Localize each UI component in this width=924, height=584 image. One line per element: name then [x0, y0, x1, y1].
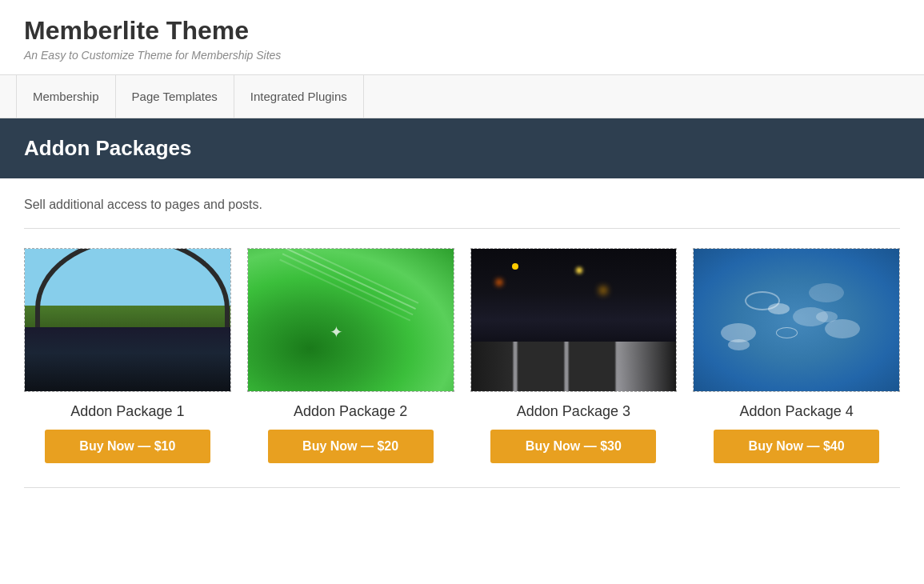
nav-link-membership[interactable]: Membership — [16, 75, 116, 118]
package-image-3 — [470, 248, 678, 392]
main-content: Sell additional access to pages and post… — [0, 178, 924, 507]
section-description: Sell additional access to pages and post… — [24, 198, 900, 212]
leaf-image — [248, 249, 454, 391]
nav-link-integrated-plugins[interactable]: Integrated Plugins — [234, 75, 364, 118]
package-name-3: Addon Package 3 — [517, 403, 630, 420]
nav-link-page-templates[interactable]: Page Templates — [116, 75, 234, 118]
packages-grid: Addon Package 1 Buy Now — $10 Addon Pack… — [24, 248, 900, 463]
package-image-4 — [693, 248, 900, 392]
nav-bar: Membership Page Templates Integrated Plu… — [0, 74, 924, 118]
buy-button-4[interactable]: Buy Now — $40 — [714, 430, 879, 463]
nav-item-membership[interactable]: Membership — [16, 75, 116, 118]
bridge-image — [25, 249, 230, 391]
buy-button-2[interactable]: Buy Now — $20 — [268, 430, 434, 463]
content-divider — [24, 228, 900, 229]
package-image-1 — [24, 248, 231, 392]
package-card-1: Addon Package 1 Buy Now — $10 — [24, 248, 231, 463]
nav-item-integrated-plugins[interactable]: Integrated Plugins — [234, 75, 364, 118]
package-card-2: Addon Package 2 Buy Now — $20 — [247, 248, 454, 463]
buy-button-1[interactable]: Buy Now — $10 — [45, 430, 210, 463]
package-name-2: Addon Package 2 — [294, 403, 407, 420]
rain-image — [694, 249, 899, 391]
site-header: Memberlite Theme An Easy to Customize Th… — [0, 0, 924, 74]
city-image — [471, 249, 677, 391]
page-hero: Addon Packages — [0, 118, 924, 178]
nav-list: Membership Page Templates Integrated Plu… — [0, 75, 924, 118]
package-card-4: Addon Package 4 Buy Now — $40 — [693, 248, 900, 463]
bottom-divider — [24, 487, 900, 488]
nav-item-page-templates[interactable]: Page Templates — [116, 75, 234, 118]
site-title: Memberlite Theme — [24, 16, 900, 46]
buy-button-3[interactable]: Buy Now — $30 — [490, 430, 656, 463]
package-name-4: Addon Package 4 — [740, 403, 854, 420]
package-card-3: Addon Package 3 Buy Now — $30 — [470, 248, 678, 463]
package-name-1: Addon Package 1 — [70, 403, 184, 420]
hero-title: Addon Packages — [24, 136, 900, 161]
package-image-2 — [247, 248, 454, 392]
site-tagline: An Easy to Customize Theme for Membershi… — [24, 49, 900, 62]
